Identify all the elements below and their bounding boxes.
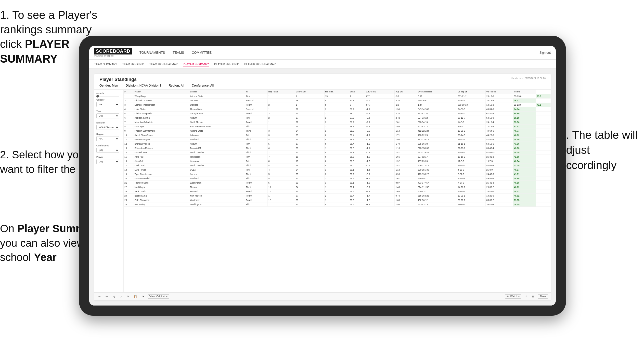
table-cell: 3.10 <box>395 99 417 103</box>
table-row[interactable]: 8Mats EgeEast Tennessee StateFifth124268… <box>124 124 551 129</box>
paste-btn[interactable]: 📋 <box>132 295 138 298</box>
region-select[interactable]: N/A <box>96 136 119 141</box>
table-row[interactable]: 19Tiger ChristensenArizonaThird523269.2-… <box>124 172 551 176</box>
table-cell: Kentucky <box>189 159 245 163</box>
nav-tournaments[interactable]: TOURNAMENTS <box>139 51 165 54</box>
table-cell: 12 <box>267 198 295 202</box>
table-row[interactable]: 23Jack LundinMissouriFourth1124068.6-2.3… <box>124 189 551 194</box>
subnav-team-h2h-grid[interactable]: TEAM H2H GRID <box>122 62 144 66</box>
table-cell: 0 <box>324 159 349 163</box>
table-cell: 1.79 <box>395 142 417 146</box>
table-cell: 1 <box>267 194 295 198</box>
table-row[interactable]: 3Michael ThorbjornsenStanfordFourth21806… <box>124 103 551 107</box>
col-yr: Yr <box>245 90 267 94</box>
table-cell: 1 <box>349 94 365 99</box>
table-row[interactable]: 6Jackson KoivunAuburnFirst227167.3-2.02.… <box>124 116 551 120</box>
copy-btn[interactable]: ⧉ <box>125 295 130 299</box>
table-cell: 14-5-3 <box>457 120 485 124</box>
export-btn[interactable]: ⬇ <box>523 295 529 298</box>
player-select[interactable]: (All) <box>96 159 119 164</box>
table-cell: 68.7 <box>349 137 365 142</box>
share-btn[interactable]: Share <box>538 294 548 299</box>
table-row[interactable]: 4Luke ClatonFlorida StateSecond127268.2-… <box>124 107 551 112</box>
table-row[interactable]: 13Phichaksn MaichonTexas A&MThird630169.… <box>124 146 551 150</box>
table-row[interactable]: 14Maxwell FordNorth CarolinaThird723069.… <box>124 150 551 155</box>
grid-btn[interactable]: ⊞ <box>531 295 536 298</box>
table-cell: 14 <box>124 150 134 155</box>
table-row[interactable]: 12Brendan ValdesAuburnFifth537068.4-1.11… <box>124 142 551 146</box>
table-cell: 21 <box>295 112 324 116</box>
table-row[interactable]: 21Taehoon SongWashingtonFourth523169.1-1… <box>124 181 551 185</box>
table-row[interactable]: 1Wenyi DingArizona StateFirst1115167.1-3… <box>124 94 551 99</box>
table-cell: 377-82-17 <box>417 155 457 159</box>
undo-btn[interactable]: ↩ <box>97 295 102 298</box>
subnav-player-h2h-grid[interactable]: PLAYER H2H GRID <box>214 62 239 66</box>
table-cell: Washington <box>189 202 245 207</box>
table-row[interactable]: 18Luke PowellUCLAFirst424169.1-1.81.1350… <box>124 168 551 172</box>
table-cell: 1.13 <box>395 146 417 150</box>
table-row[interactable]: 22Ian GilliganFloridaThird1024168.7-0.81… <box>124 185 551 189</box>
table-cell: -1.7 <box>365 159 395 163</box>
table-cell: 39.45 <box>513 202 536 207</box>
nav-committee[interactable]: COMMITTEE <box>192 51 212 54</box>
table-cell: 13-18-2 <box>457 155 485 159</box>
subnav-team-h2h-heatmap[interactable]: TEAM H2H HEATMAP <box>149 62 178 66</box>
table-cell: 1 <box>267 94 295 99</box>
redo-btn[interactable]: ↪ <box>104 295 109 298</box>
table-cell: 467-29-23 <box>417 159 457 163</box>
forward-btn[interactable]: ▷ <box>118 295 123 298</box>
table-row[interactable]: 11Gordon SargentVanderbiltThird421068.7-… <box>124 137 551 142</box>
table-row[interactable]: 16Alex GoffKentuckyFifth819068.3-1.71.92… <box>124 159 551 163</box>
subnav-team-summary[interactable]: TEAM SUMMARY <box>94 62 117 66</box>
table-row[interactable]: 24Bastien AmatNew MexicoFourth127269.4-1… <box>124 194 551 198</box>
table-cell: -2.0 <box>365 116 395 120</box>
sign-out-link[interactable]: Sign out <box>539 51 551 54</box>
subnav-player-h2h-heatmap[interactable]: PLAYER H2H HEATMAP <box>244 62 276 66</box>
table-cell: 19 <box>124 172 134 176</box>
year-select[interactable]: (All) First Second Third Fourth Fifth <box>96 113 119 118</box>
table-cell: -0.5 <box>365 129 395 133</box>
gender-select[interactable]: Men <box>96 102 119 107</box>
table-cell: 5 <box>267 172 295 176</box>
conference-select[interactable]: (All) <box>96 148 119 153</box>
table-row[interactable]: 5Christo LamprechtGeorgia TechFourth2212… <box>124 112 551 116</box>
table-cell: Wenyi Ding <box>134 94 189 99</box>
subnav-player-summary[interactable]: PLAYER SUMMARY <box>183 62 209 66</box>
table-row[interactable]: 9Preston SummerhaysArizona StateThird324… <box>124 129 551 133</box>
table-cell: 26-32-2 <box>485 155 513 159</box>
table-row[interactable]: 10Jacob Skov OlesenArkansasFifth323068.4… <box>124 133 551 137</box>
table-cell: 11-5-3 <box>457 159 485 163</box>
table-cell: Third <box>245 172 267 176</box>
table-cell: 42.35 <box>513 163 536 168</box>
table-cell: 60.89 <box>513 112 536 116</box>
view-selector[interactable]: View: Original ▾ <box>148 294 169 299</box>
table-cell: 38-46-4 <box>485 146 513 150</box>
table-cell: 6 <box>124 116 134 120</box>
back-btn[interactable]: ◁ <box>111 295 116 298</box>
rds-slider[interactable] <box>96 96 119 96</box>
table-cell: 0 <box>324 99 349 103</box>
table-row[interactable]: 15Jake HallTennesseeFifth718068.5-1.51.6… <box>124 155 551 159</box>
table-row[interactable]: 2Michael Le SassoOle MissSecond118067.1-… <box>124 99 551 103</box>
table-row[interactable]: 17David FordNorth CarolinaThird419069.0-… <box>124 163 551 168</box>
table-cell: 1 <box>324 146 349 150</box>
table-cell: 19 <box>295 159 324 163</box>
nav-teams[interactable]: TEAMS <box>173 51 184 54</box>
table-row[interactable]: 25Cole SherwoodVanderbiltFourth1223169.3… <box>124 198 551 202</box>
table-row[interactable]: 7Nicholas GabrelcikNorth FloridaFourth12… <box>124 120 551 124</box>
table-cell: 67.1 <box>365 94 395 99</box>
table-cell: 0 <box>324 202 349 207</box>
division-select[interactable]: NCAA Division I <box>96 125 119 130</box>
table-cell: 500-155-30 <box>417 168 457 172</box>
table-container[interactable]: # Player School Yr Reg Rank Conf Rank No… <box>124 90 551 292</box>
table-cell: 50-19-9 <box>485 116 513 120</box>
watch-btn[interactable]: 👁 Watch ▾ <box>505 294 521 299</box>
table-cell: Stanford <box>189 103 245 107</box>
table-row[interactable]: 26Petr HrubyWashingtonFifth725068.6-1.81… <box>124 202 551 207</box>
table-cell: Florida <box>189 185 245 189</box>
table-cell: Fifth <box>245 176 267 181</box>
table-row[interactable]: 20Matthew RiedelVanderbiltFifth522168.8-… <box>124 176 551 181</box>
refresh-btn[interactable]: ⟳ <box>140 295 146 298</box>
table-cell: Jackson Koivun <box>134 116 189 120</box>
table-cell: Vanderbilt <box>189 198 245 202</box>
